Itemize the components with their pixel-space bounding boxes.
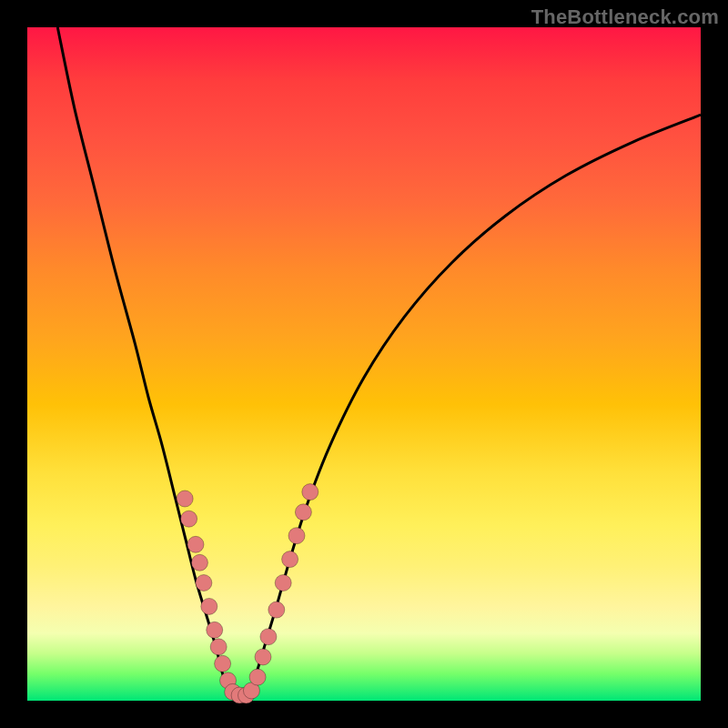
marker-dot <box>187 536 204 552</box>
marker-dot <box>215 655 231 672</box>
marker-dot <box>260 629 277 645</box>
marker-dot <box>249 669 266 685</box>
curve-right-branch <box>249 115 701 693</box>
chart-svg <box>27 27 701 701</box>
marker-dot <box>177 490 193 507</box>
chart-frame: TheBottleneck.com <box>0 0 728 728</box>
marker-dot <box>210 639 227 655</box>
marker-dot <box>288 528 305 544</box>
marker-dot <box>196 575 212 592</box>
marker-dot <box>268 602 285 618</box>
marker-group <box>177 484 318 703</box>
marker-dot <box>181 511 197 527</box>
marker-dot <box>191 554 207 571</box>
watermark-text: TheBottleneck.com <box>531 5 719 29</box>
marker-dot <box>275 575 291 592</box>
plot-area <box>27 27 701 701</box>
marker-dot <box>295 504 311 521</box>
marker-dot <box>207 622 223 638</box>
marker-dot <box>201 598 217 614</box>
marker-dot <box>302 484 318 500</box>
marker-dot <box>282 551 298 568</box>
curve-left-branch <box>57 27 229 694</box>
marker-dot <box>255 649 271 665</box>
